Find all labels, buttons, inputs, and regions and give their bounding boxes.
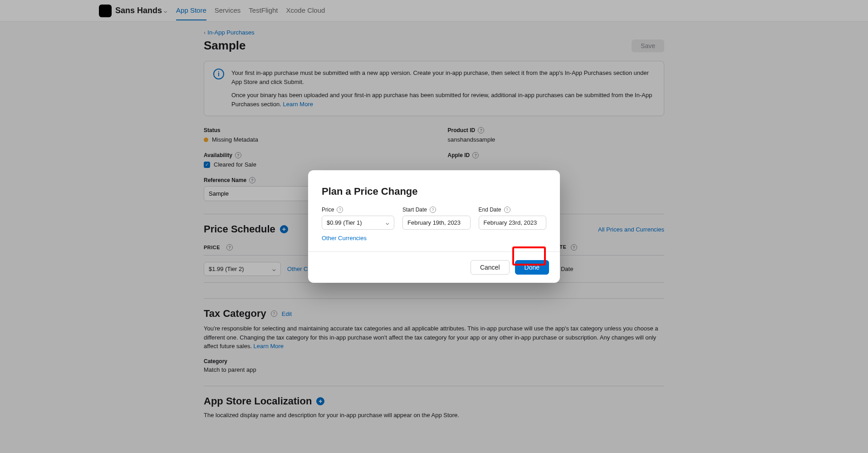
help-icon[interactable]: ? — [504, 207, 510, 213]
modal-end-input[interactable]: February 23rd, 2023 — [479, 216, 547, 230]
help-icon[interactable]: ? — [337, 207, 343, 213]
modal-end-value: February 23rd, 2023 — [484, 219, 537, 226]
chevron-down-icon: ⌵ — [386, 219, 389, 226]
modal-price-value: $0.99 (Tier 1) — [327, 219, 362, 226]
modal-price-label: Price — [322, 207, 334, 213]
modal-other-currencies-link[interactable]: Other Currencies — [322, 235, 367, 241]
price-change-modal: Plan a Price Change Price ? $0.99 (Tier … — [308, 170, 560, 283]
modal-start-label: Start Date — [402, 207, 427, 213]
modal-start-value: February 19th, 2023 — [407, 219, 461, 226]
modal-start-input[interactable]: February 19th, 2023 — [402, 216, 471, 230]
cancel-button[interactable]: Cancel — [471, 260, 510, 275]
done-button[interactable]: Done — [515, 260, 549, 275]
modal-end-label: End Date — [479, 207, 501, 213]
modal-title: Plan a Price Change — [322, 186, 546, 197]
modal-price-select[interactable]: $0.99 (Tier 1) ⌵ — [322, 216, 394, 230]
help-icon[interactable]: ? — [430, 207, 436, 213]
modal-overlay[interactable]: Plan a Price Change Price ? $0.99 (Tier … — [0, 0, 868, 453]
